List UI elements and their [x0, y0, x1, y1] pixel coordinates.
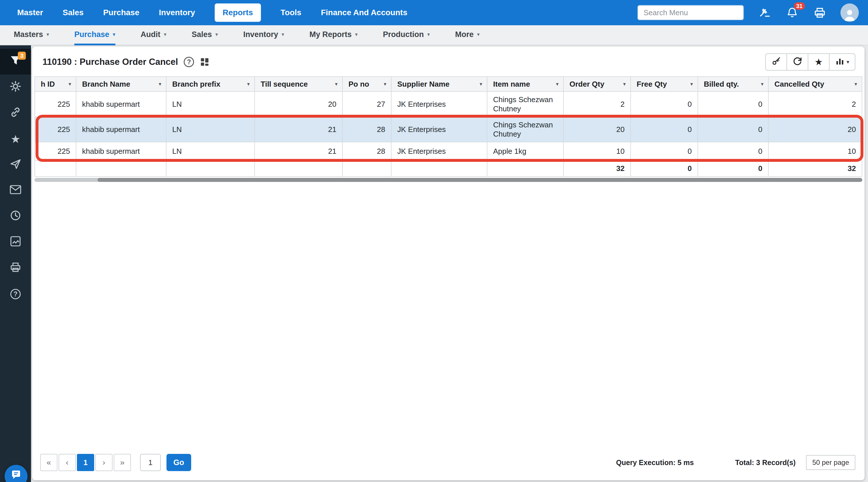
column-header-order-qty[interactable]: Order Qty▾ — [563, 76, 631, 92]
top-nav-item-master[interactable]: Master — [17, 8, 43, 17]
goto-page-input[interactable] — [140, 454, 161, 471]
column-filter-caret-icon[interactable]: ▾ — [690, 81, 693, 87]
column-filter-caret-icon[interactable]: ▾ — [623, 81, 626, 87]
table-row[interactable]: 225khabib supermartLN2027JK EnterprisesC… — [35, 92, 862, 117]
column-filter-caret-icon[interactable]: ▾ — [761, 81, 764, 87]
sidebar-help-button[interactable]: ? — [0, 281, 31, 307]
sidebar-mail-button[interactable] — [0, 178, 31, 204]
report-help-icon[interactable]: ? — [184, 57, 194, 67]
notifications-bell-icon[interactable]: 31 — [785, 6, 799, 20]
table-row[interactable]: 225khabib supermartLN2128JK EnterprisesA… — [35, 142, 862, 160]
avatar[interactable] — [840, 3, 859, 22]
table-body: 225khabib supermartLN2027JK EnterprisesC… — [35, 92, 862, 176]
chat-bubble-button[interactable] — [5, 465, 28, 482]
column-header-label: Free Qty — [637, 80, 667, 88]
column-filter-caret-icon[interactable]: ▾ — [335, 81, 338, 87]
table-row[interactable]: 225khabib supermartLN2128JK EnterprisesC… — [35, 117, 862, 142]
column-header-label: Branch prefix — [172, 80, 220, 88]
table-cell: khabib supermart — [76, 142, 166, 160]
sidebar: 3 ★ — [0, 45, 31, 482]
column-header-label: Cancelled Qty — [774, 80, 824, 88]
column-header-branch-prefix[interactable]: Branch prefix▾ — [166, 76, 255, 92]
pagination-prev-button[interactable]: ‹ — [59, 454, 76, 471]
favorite-button[interactable]: ★ — [808, 53, 830, 71]
chevron-down-icon: ▾ — [215, 31, 218, 38]
footer-stats: Query Execution: 5 ms Total: 3 Record(s)… — [616, 455, 856, 470]
sidebar-favorites-button[interactable]: ★ — [0, 126, 31, 152]
sidebar-send-button[interactable] — [0, 152, 31, 178]
column-header-po-no[interactable]: Po no▾ — [342, 76, 391, 92]
column-filter-caret-icon[interactable]: ▾ — [479, 81, 482, 87]
table-cell: 28 — [342, 117, 391, 142]
pagination-next-button[interactable]: › — [95, 454, 113, 471]
top-nav-item-finance-and-accounts[interactable]: Finance And Accounts — [321, 8, 407, 17]
column-header-billed-qty[interactable]: Billed qty.▾ — [698, 76, 768, 92]
per-page-select[interactable]: 50 per page — [806, 455, 856, 470]
sub-nav-item-more[interactable]: More▾ — [455, 25, 480, 45]
top-nav-item-reports[interactable]: Reports — [215, 3, 261, 22]
sidebar-filter-button[interactable]: 3 — [0, 49, 31, 74]
column-filter-caret-icon[interactable]: ▾ — [247, 81, 250, 87]
column-filter-caret-icon[interactable]: ▾ — [69, 81, 71, 87]
top-nav-item-tools[interactable]: Tools — [280, 8, 301, 17]
sub-nav-item-purchase[interactable]: Purchase▾ — [74, 25, 115, 45]
column-header-supplier-name[interactable]: Supplier Name▾ — [391, 76, 487, 92]
gavel-icon[interactable] — [758, 6, 772, 20]
top-nav-item-inventory[interactable]: Inventory — [159, 8, 195, 17]
column-header-cancelled-qty[interactable]: Cancelled Qty▾ — [768, 76, 862, 92]
column-header-label: Till sequence — [260, 80, 308, 88]
dashboard-icon[interactable] — [200, 57, 210, 67]
top-nav-item-purchase[interactable]: Purchase — [103, 8, 139, 17]
pagination-first-button[interactable]: « — [40, 454, 57, 471]
column-filter-caret-icon[interactable]: ▾ — [159, 81, 161, 87]
totals-cell — [166, 160, 255, 176]
column-filter-caret-icon[interactable]: ▾ — [384, 81, 386, 87]
pagination-last-button[interactable]: » — [114, 454, 131, 471]
pagination-page-1-button[interactable]: 1 — [77, 454, 94, 471]
sub-nav-item-sales[interactable]: Sales▾ — [192, 25, 218, 45]
column-filter-caret-icon[interactable]: ▾ — [556, 81, 559, 87]
sub-nav-item-inventory[interactable]: Inventory▾ — [243, 25, 284, 45]
scrollbar-thumb[interactable] — [98, 178, 862, 182]
help-icon: ? — [10, 289, 21, 299]
report-toolbar: ★ ▾ — [765, 53, 856, 71]
chart-view-button[interactable]: ▾ — [829, 53, 856, 71]
column-header-label: Branch Name — [82, 80, 130, 88]
column-filter-caret-icon[interactable]: ▾ — [855, 81, 857, 87]
sub-nav-item-my-reports[interactable]: My Reports▾ — [309, 25, 358, 45]
sub-nav-item-label: Masters — [14, 30, 43, 39]
go-button[interactable]: Go — [166, 454, 191, 471]
table-cell: LN — [166, 142, 255, 160]
column-header-free-qty[interactable]: Free Qty▾ — [631, 76, 698, 92]
sidebar-settings-button[interactable] — [0, 74, 31, 100]
refresh-icon — [793, 56, 802, 68]
column-header-branch-name[interactable]: Branch Name▾ — [76, 76, 166, 92]
sub-nav-item-label: Production — [383, 30, 424, 39]
column-header-till-sequence[interactable]: Till sequence▾ — [255, 76, 342, 92]
table-cell: 225 — [35, 142, 76, 160]
sub-nav-item-production[interactable]: Production▾ — [383, 25, 430, 45]
table-cell: 0 — [631, 92, 698, 117]
column-header-h-id[interactable]: h ID▾ — [35, 76, 76, 92]
sub-nav-item-masters[interactable]: Masters▾ — [14, 25, 49, 45]
print-icon[interactable] — [813, 6, 827, 20]
sub-nav-item-label: Audit — [141, 30, 160, 39]
sub-nav-item-audit[interactable]: Audit▾ — [141, 25, 166, 45]
horizontal-scrollbar[interactable] — [34, 178, 862, 182]
table-cell: 27 — [342, 92, 391, 117]
refresh-button[interactable] — [786, 53, 808, 71]
search-input[interactable] — [637, 5, 744, 20]
report-settings-button[interactable] — [765, 53, 787, 71]
top-nav: MasterSalesPurchaseInventoryReportsTools… — [0, 0, 868, 25]
table-cell: 2 — [768, 92, 862, 117]
table-cell: LN — [166, 117, 255, 142]
sidebar-print-button[interactable] — [0, 255, 31, 281]
sidebar-image-button[interactable] — [0, 229, 31, 255]
column-header-item-name[interactable]: Item name▾ — [487, 76, 563, 92]
chevron-down-icon: ▾ — [282, 31, 284, 38]
chevron-down-icon: ▾ — [46, 31, 49, 38]
sidebar-links-button[interactable] — [0, 100, 31, 126]
top-nav-item-sales[interactable]: Sales — [63, 8, 84, 17]
sidebar-history-button[interactable] — [0, 204, 31, 229]
totals-cell: 0 — [698, 160, 768, 176]
